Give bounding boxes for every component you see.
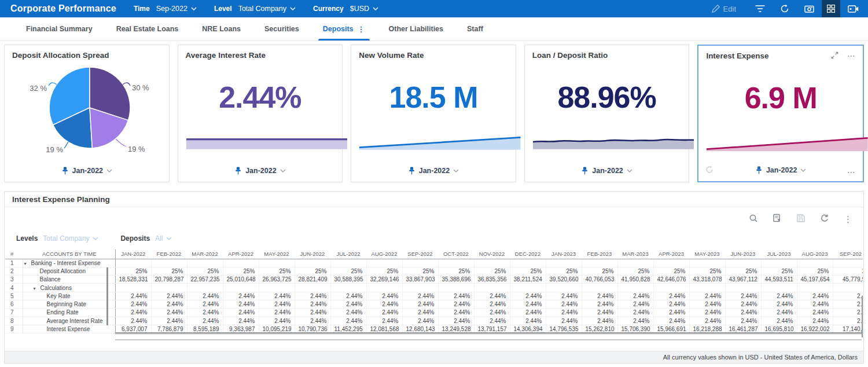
grid-cell[interactable] [797, 284, 833, 292]
grid-cell[interactable]: 25% [617, 267, 653, 275]
grid-cell[interactable] [259, 284, 295, 292]
grid-cell[interactable]: 2.44% [797, 317, 833, 325]
tab-options-kebab-icon[interactable]: ⋮ [358, 25, 365, 34]
grid-cell[interactable]: 15,262,810 [582, 325, 617, 333]
report-filter-button[interactable] [773, 214, 782, 225]
grid-cell[interactable]: 2.44% [510, 300, 546, 308]
grid-cell[interactable] [761, 284, 797, 292]
grid-cell[interactable]: 26,963,725 [259, 276, 295, 284]
grid-cell[interactable]: 14,796,535 [546, 325, 582, 333]
grid-cell[interactable]: 2.44% [653, 292, 689, 300]
grid-cell[interactable] [330, 259, 366, 267]
grid-cell[interactable] [438, 284, 474, 292]
grid-cell[interactable]: 2.44% [151, 317, 187, 325]
grid-cell[interactable]: 2.44% [366, 292, 402, 300]
grid-cell[interactable]: 8,595,189 [187, 325, 223, 333]
grid-cell[interactable]: 2.44% [474, 300, 510, 308]
grid-cell[interactable] [223, 259, 259, 267]
level-filter[interactable]: Level Total Company [214, 5, 296, 13]
grid-cell[interactable]: 25% [223, 267, 259, 275]
grid-cell[interactable]: 2.44% [761, 300, 797, 308]
grid-cell[interactable]: 2.44% [474, 292, 510, 300]
grid-cell[interactable]: 17,140,0 [833, 325, 863, 333]
grid-cell[interactable]: 2.44% [402, 317, 438, 325]
grid-cell[interactable]: 2.44% [259, 300, 295, 308]
left-pane-scrollbar[interactable] [106, 267, 108, 325]
right-pane-scrollbar[interactable] [862, 296, 863, 337]
grid-cell[interactable]: 2.44% [761, 292, 797, 300]
card-period-selector[interactable]: Jan-2022 [698, 164, 863, 177]
grid-cell[interactable] [366, 259, 402, 267]
grid-cell[interactable]: 25% [366, 267, 402, 275]
grid-cell[interactable]: 2.44% [474, 317, 510, 325]
grid-cell[interactable]: 22,957,235 [187, 276, 223, 284]
grid-cell[interactable]: 2.44% [366, 317, 402, 325]
grid-cell[interactable]: 2.44% [438, 309, 474, 317]
tab-deposits[interactable]: Deposits ⋮ [323, 17, 365, 41]
grid-cell[interactable]: 25% [438, 267, 474, 275]
grid-cell[interactable]: 2.44% [259, 309, 295, 317]
grid-cell[interactable] [761, 259, 797, 267]
grid-cell[interactable]: 2.44% [330, 309, 366, 317]
grid-cell[interactable]: 13,249,528 [438, 325, 474, 333]
filter-button[interactable] [755, 5, 765, 13]
grid-cell[interactable]: 25% [725, 267, 761, 275]
grid-cell[interactable]: 25% [295, 267, 330, 275]
grid-cell[interactable]: 2.44% [546, 292, 582, 300]
grid-cell[interactable]: 25,010,648 [223, 276, 259, 284]
grid-cell[interactable]: 2.44% [115, 309, 151, 317]
grid-cell[interactable] [546, 284, 582, 292]
grid-cell[interactable] [295, 259, 330, 267]
grid-cell[interactable]: 2.44% [617, 317, 653, 325]
grid-cell[interactable] [402, 259, 438, 267]
grid-cell[interactable]: 13,791,157 [474, 325, 510, 333]
grid-cell[interactable]: 35,388,696 [438, 276, 474, 284]
grid-cell[interactable]: 2.44% [151, 309, 187, 317]
grid-cell[interactable]: 25% [474, 267, 510, 275]
grid-cell[interactable]: 41,950,828 [617, 276, 653, 284]
grid-cell[interactable] [295, 284, 330, 292]
grid-cell[interactable]: 2.44% [402, 300, 438, 308]
grid-cell[interactable] [366, 284, 402, 292]
grid-cell[interactable]: 2.44% [689, 317, 725, 325]
search-button[interactable] [749, 214, 758, 225]
save-button[interactable] [796, 214, 806, 225]
grid-cell[interactable]: 2.44% [725, 292, 761, 300]
grid-cell[interactable]: 39,520,660 [546, 276, 582, 284]
grid-cell[interactable] [546, 259, 582, 267]
card-loan-deposit-ratio[interactable]: Loan / Deposit Ratio 88.96% Jan-2022 [524, 45, 690, 182]
grid-cell[interactable] [833, 259, 863, 267]
card-period-selector[interactable]: Jan-2022 [178, 164, 343, 177]
grid-cell[interactable]: 38,211,524 [510, 276, 546, 284]
card-interest-expense[interactable]: Interest Expense ⋯ 6.9 M Jan-2022 ⋯ [697, 45, 864, 182]
grid-cell[interactable]: 2.44% [546, 317, 582, 325]
grid-cell[interactable]: 16,461,287 [725, 325, 761, 333]
currency-filter[interactable]: Currency $USD [313, 5, 378, 13]
grid-cell[interactable]: 2.44% [797, 300, 833, 308]
grid-cell[interactable]: 25% [402, 267, 438, 275]
grid-cell[interactable]: 25% [330, 267, 366, 275]
grid-cell[interactable]: 10,095,219 [259, 325, 295, 333]
tab-nre-loans[interactable]: NRE Loans [202, 17, 241, 41]
card-new-volume-rate[interactable]: New Volume Rate 18.5 M Jan-2022 [351, 45, 516, 182]
grid-cell[interactable]: 36,835,356 [474, 276, 510, 284]
grid-cell[interactable]: 9,363,987 [223, 325, 259, 333]
card-more-icon[interactable]: ⋯ [847, 170, 856, 174]
grid-cell[interactable]: 2.44% [617, 300, 653, 308]
grid-cell[interactable]: 2.4 [833, 317, 863, 325]
grid-cell[interactable]: 2.44% [438, 300, 474, 308]
grid-cell[interactable] [833, 284, 863, 292]
grid-cell[interactable]: 25% [582, 267, 617, 275]
grid-cell[interactable]: 7,786,879 [151, 325, 187, 333]
grid-cell[interactable] [151, 259, 187, 267]
grid-cell[interactable]: 2.44% [438, 292, 474, 300]
grid-cell[interactable]: 25% [797, 267, 833, 275]
grid-cell[interactable]: 2.44% [295, 300, 330, 308]
grid-cell[interactable] [617, 284, 653, 292]
record-button[interactable] [848, 5, 859, 13]
card-menu-icon[interactable]: ⋯ [847, 53, 856, 58]
grid-cell[interactable] [653, 259, 689, 267]
grid-cell[interactable]: 2.44% [187, 292, 223, 300]
grid-cell[interactable]: 2.44% [402, 292, 438, 300]
grid-cell[interactable]: 2.44% [653, 309, 689, 317]
